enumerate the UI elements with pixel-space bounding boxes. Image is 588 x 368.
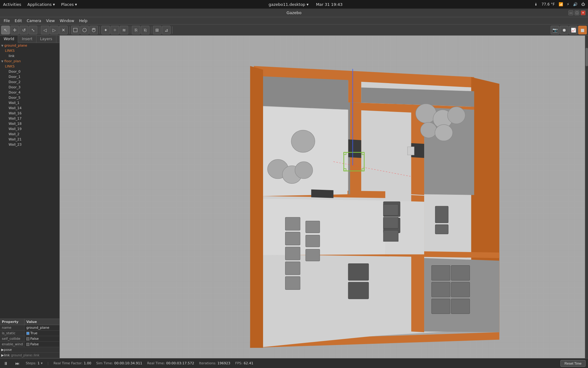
tree-item-ground-plane[interactable]: ▼ ground_plane bbox=[0, 43, 59, 48]
bluetooth-icon: ⚡ bbox=[567, 2, 569, 6]
system-bar-left: Activities Applications ▾ Places ▾ bbox=[3, 2, 77, 7]
viewport[interactable] bbox=[60, 36, 585, 358]
tab-layers[interactable]: Layers bbox=[36, 36, 56, 43]
steps-step-icon: ▾ bbox=[41, 361, 43, 365]
pause-button[interactable]: ⏸ bbox=[2, 360, 9, 367]
status-separator-1: | bbox=[47, 361, 49, 365]
orange-tool-button[interactable]: ■ bbox=[578, 26, 587, 34]
tree-item-door-1[interactable]: Door_1 bbox=[0, 74, 59, 79]
svg-rect-62 bbox=[348, 264, 369, 280]
svg-rect-58 bbox=[432, 282, 450, 297]
prop-val-self-collide[interactable]: False bbox=[24, 336, 59, 341]
record-button[interactable]: ⏺ bbox=[560, 26, 568, 34]
scale-tool-button[interactable]: ⤡ bbox=[29, 26, 37, 34]
property-header: Property Value bbox=[0, 319, 59, 325]
tree-item-door-0[interactable]: Door_0 bbox=[0, 69, 59, 74]
tree-item-wall-17[interactable]: Wall_17 bbox=[0, 116, 59, 121]
close-button[interactable]: ✕ bbox=[581, 10, 586, 15]
select-tool-button[interactable]: ↖ bbox=[1, 26, 10, 34]
point-light-button[interactable]: ✦ bbox=[101, 26, 110, 34]
svg-rect-56 bbox=[432, 266, 450, 280]
minimize-button[interactable]: — bbox=[568, 10, 573, 15]
tree-item-wall-21[interactable]: Wall_21 bbox=[0, 137, 59, 142]
prop-expand-link[interactable]: ▶ link ground_plane::link bbox=[0, 353, 59, 358]
svg-point-38 bbox=[420, 122, 437, 138]
reset-time-button[interactable]: Reset Time bbox=[560, 360, 586, 367]
tree-label-wall-14: Wall_14 bbox=[9, 106, 22, 110]
tree-item-door-4[interactable]: Door_4 bbox=[0, 90, 59, 95]
prop-key-enable-wind: enable_wind bbox=[0, 342, 24, 347]
prop-row-is-static: is_static True bbox=[0, 331, 59, 336]
is-static-checkbox[interactable] bbox=[26, 332, 29, 335]
tree-item-wall-23[interactable]: Wall_23 bbox=[0, 142, 59, 147]
floor-plan-container[interactable] bbox=[60, 36, 585, 358]
power-icon: ⏻ bbox=[581, 2, 585, 6]
menu-edit[interactable]: Edit bbox=[12, 18, 24, 24]
tree-item-wall-2[interactable]: Wall_2 bbox=[0, 132, 59, 137]
tree-item-wall-14[interactable]: Wall_14 bbox=[0, 105, 59, 111]
scrollbar-thumb[interactable] bbox=[586, 48, 588, 66]
menu-file[interactable]: File bbox=[1, 18, 12, 24]
right-scrollbar[interactable] bbox=[585, 36, 588, 358]
tree-item-door-2[interactable]: Door_2 bbox=[0, 79, 59, 85]
directional-light-button[interactable]: ≋ bbox=[120, 26, 128, 34]
property-col-header: Property bbox=[0, 319, 24, 325]
box-button[interactable] bbox=[71, 26, 80, 34]
tree-arrow-ground-plane: ▼ bbox=[1, 44, 3, 47]
menu-window[interactable]: Window bbox=[57, 18, 77, 24]
rotate-tool-button[interactable]: ↺ bbox=[20, 26, 28, 34]
spot-light-button[interactable]: ✧ bbox=[111, 26, 119, 34]
places-btn[interactable]: Places ▾ bbox=[61, 2, 77, 7]
self-collide-checkbox[interactable] bbox=[26, 337, 29, 340]
tree-item-wall-1[interactable]: Wall_1 bbox=[0, 100, 59, 105]
prop-key-is-static: is_static bbox=[0, 331, 24, 336]
iterations-indicator: Iterations: 196923 bbox=[199, 361, 230, 365]
sphere-button[interactable] bbox=[80, 26, 89, 34]
translate-tool-button[interactable]: ✛ bbox=[10, 26, 19, 34]
tree-item-wall-19[interactable]: Wall_19 bbox=[0, 126, 59, 132]
tab-world[interactable]: World bbox=[0, 36, 18, 43]
menu-help[interactable]: Help bbox=[77, 18, 90, 24]
applications-btn[interactable]: Applications ▾ bbox=[27, 2, 55, 7]
floor-plan-svg bbox=[60, 36, 585, 358]
tree-label-door-1: Door_1 bbox=[9, 75, 21, 79]
svg-rect-64 bbox=[383, 204, 398, 215]
tree-item-floor-plan[interactable]: ▼ floor_plan bbox=[0, 59, 59, 64]
plot-button[interactable]: 📈 bbox=[569, 26, 578, 34]
tree-label-door-3: Door_3 bbox=[9, 85, 21, 89]
tree-item-door-3[interactable]: Door_3 bbox=[0, 85, 59, 90]
redo-button[interactable]: ▷ bbox=[50, 26, 58, 34]
prop-val-is-static[interactable]: True bbox=[24, 331, 59, 336]
enable-wind-checkbox[interactable] bbox=[26, 343, 29, 346]
tree-label-gp-links: LINKS bbox=[5, 49, 15, 53]
tree-item-wall-18[interactable]: Wall_18 bbox=[0, 121, 59, 126]
rtf-value: 1.00 bbox=[84, 361, 92, 365]
activities-btn[interactable]: Activities bbox=[3, 2, 21, 7]
temp-icon: 🌡 bbox=[534, 2, 538, 6]
tree-item-wall-16[interactable]: Wall_16 bbox=[0, 111, 59, 116]
delete-button[interactable]: ✕ bbox=[59, 26, 68, 34]
align-button[interactable]: ⊞ bbox=[153, 26, 161, 34]
menu-view[interactable]: View bbox=[43, 18, 57, 24]
desktop-label[interactable]: gazebo11.desktop ▾ bbox=[269, 2, 308, 7]
prop-val-enable-wind[interactable]: False bbox=[24, 342, 59, 347]
copy-button[interactable]: ⎘ bbox=[132, 26, 140, 34]
screenshot-button[interactable]: 📷 bbox=[551, 26, 559, 34]
tree-item-door-5[interactable]: Door_5 bbox=[0, 95, 59, 100]
maximize-button[interactable]: □ bbox=[575, 10, 579, 15]
undo-button[interactable]: ◁ bbox=[41, 26, 49, 34]
system-bar-center: gazebo11.desktop ▾ Mar 31 19:43 bbox=[269, 2, 342, 7]
paste-button[interactable]: ⎗ bbox=[141, 26, 149, 34]
prop-expand-pose[interactable]: ▶ pose bbox=[0, 347, 59, 353]
steps-value: 1 bbox=[37, 361, 40, 365]
snap-button[interactable]: ⊿ bbox=[162, 26, 171, 34]
step-forward-button[interactable]: ⏭ bbox=[14, 360, 21, 367]
menu-camera[interactable]: Camera bbox=[24, 18, 43, 24]
cylinder-button[interactable] bbox=[89, 26, 98, 34]
system-bar-right: 🌡 77.6 °F 📶 ⚡ 🔊 ⏻ bbox=[534, 2, 585, 6]
tree-item-gp-link[interactable]: link bbox=[0, 53, 59, 59]
tab-insert[interactable]: Insert bbox=[18, 36, 36, 43]
toolbar-separator-5 bbox=[151, 26, 151, 34]
svg-rect-61 bbox=[451, 299, 469, 314]
sim-time-value: 00:00:10:34.911 bbox=[114, 361, 142, 365]
